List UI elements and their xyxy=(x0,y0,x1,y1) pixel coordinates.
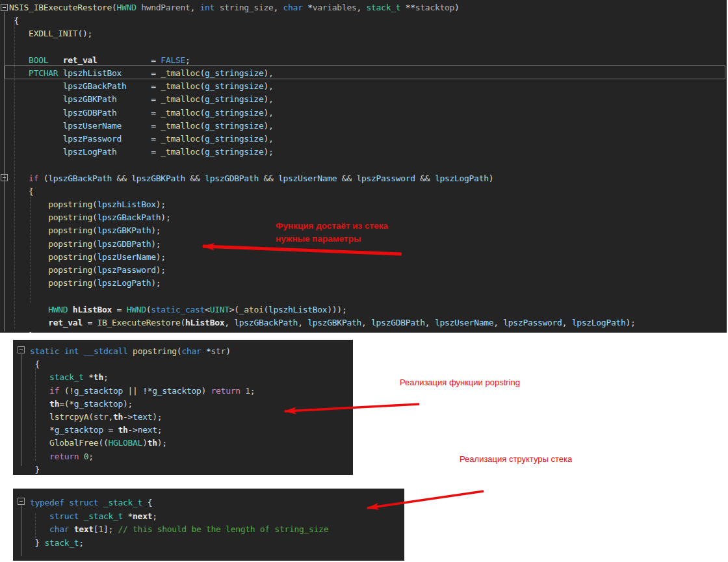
code-token: ; xyxy=(103,372,109,382)
code-token: ( xyxy=(180,318,185,327)
code-token: HWND xyxy=(9,305,68,314)
code-line: popstring(lpszPassword); xyxy=(0,264,727,277)
code-token: && xyxy=(415,173,435,183)
code-token: BOOL xyxy=(9,55,48,65)
code-token: stacktop xyxy=(415,3,454,12)
code-token: ) xyxy=(142,438,148,448)
code-token: lpszGDBPath xyxy=(205,173,259,183)
code-token: ); xyxy=(263,147,273,157)
code-text-struct: typedef struct _stack_t { struct _stack_… xyxy=(13,489,404,561)
code-line xyxy=(0,41,727,54)
code-token: ret_val xyxy=(63,55,98,65)
code-token: g_stringsize xyxy=(205,108,263,118)
current-line-highlight xyxy=(5,65,725,79)
code-line: th=(*g_stacktop); xyxy=(13,398,353,411)
code-line: NSIS_IBExecuteRestore(HWND hwndParent, i… xyxy=(0,1,727,14)
code-token: popstring xyxy=(9,278,92,288)
code-token: = xyxy=(117,108,161,118)
code-token: lpszGBackPath xyxy=(234,318,298,327)
code-text-main: NSIS_IBExecuteRestore(HWND hwndParent, i… xyxy=(0,0,727,333)
code-line: lstrcpyA(str,th->text); xyxy=(13,411,353,424)
code-token: ( xyxy=(88,412,94,422)
code-token: return xyxy=(30,452,79,461)
code-token: th xyxy=(94,372,103,382)
code-token: _stack_t xyxy=(84,511,123,521)
code-editor-popstring[interactable]: static int __stdcall popstring(char *str… xyxy=(13,340,353,475)
indent-guide xyxy=(30,187,31,303)
code-token: < xyxy=(205,305,210,314)
annotation-struct-note: Реализация структуры стека xyxy=(460,454,572,464)
annotation-stack-note: Функция достаёт из стека нужные параметр… xyxy=(276,220,388,246)
code-token: popstring xyxy=(133,346,177,356)
collapse-icon[interactable] xyxy=(1,174,8,181)
code-line: static int __stdcall popstring(char *str… xyxy=(13,345,353,358)
code-line: lpszGBackPath = _tmalloc(g_stringsize), xyxy=(0,80,727,93)
code-token: popstring xyxy=(9,265,92,275)
code-token: ( xyxy=(263,305,268,314)
code-token: ( xyxy=(92,225,98,235)
code-token: ( xyxy=(92,265,98,275)
page: { "token_colors": { "kw": "#569cd6", "ty… xyxy=(0,0,728,562)
code-token: IB_ExecuteRestore xyxy=(98,318,181,327)
code-token: = xyxy=(122,134,161,144)
code-token xyxy=(59,346,64,356)
code-token: NSIS_IBExecuteRestore xyxy=(9,3,112,12)
code-token: struct xyxy=(69,498,98,507)
collapse-icon[interactable] xyxy=(1,4,8,11)
code-token: __stdcall xyxy=(84,346,128,356)
code-editor-main-function[interactable]: NSIS_IBExecuteRestore(HWND hwndParent, i… xyxy=(0,0,727,333)
code-token: th xyxy=(148,438,157,448)
code-line: lpszUserName = _tmalloc(g_stringsize), xyxy=(0,120,727,133)
code-editor-stack-struct[interactable]: typedef struct _stack_t { struct _stack_… xyxy=(13,489,404,561)
code-token: ) xyxy=(489,173,494,183)
code-token: ( xyxy=(200,134,205,144)
code-token: } xyxy=(9,331,34,333)
code-token: ; xyxy=(185,55,190,65)
code-token: g_stringsize xyxy=(205,134,263,144)
code-token: lpszGDBPath xyxy=(371,318,425,327)
code-token: g_stacktop xyxy=(74,386,123,396)
code-token: popstring xyxy=(9,239,92,249)
code-token: lpszUserName xyxy=(98,252,156,262)
code-token: , xyxy=(298,318,307,327)
code-token: =(* xyxy=(59,399,74,409)
code-line: } stack_t; xyxy=(13,537,404,550)
code-token: ), xyxy=(263,94,273,104)
code-token xyxy=(9,318,48,327)
code-token: hListBox xyxy=(73,305,112,314)
code-line: struct _stack_t *next; xyxy=(13,510,404,524)
code-token: = xyxy=(117,94,161,104)
code-token: lpszGBKPath xyxy=(98,225,151,235)
code-token: ); xyxy=(123,399,133,409)
code-token: ( xyxy=(200,147,205,157)
code-token: th xyxy=(113,412,123,422)
code-token: , xyxy=(224,318,234,327)
annotation-line: нужные параметры xyxy=(276,233,388,246)
code-token: ); xyxy=(156,265,166,275)
code-token: ); xyxy=(151,239,161,249)
code-line: popstring(lpszhListBox); xyxy=(0,198,727,211)
code-token: return xyxy=(211,386,240,396)
code-token: lpszPassword xyxy=(356,173,415,183)
code-token: ), xyxy=(263,108,273,118)
code-token: ); xyxy=(151,225,161,235)
code-token: lpszGDBPath xyxy=(98,239,151,249)
code-token xyxy=(9,147,63,157)
collapse-icon[interactable] xyxy=(18,346,25,353)
code-token: popstring xyxy=(9,252,92,262)
code-line: popstring(lpszLogPath); xyxy=(0,277,727,290)
collapse-icon[interactable] xyxy=(18,498,25,505)
code-line: } xyxy=(0,329,727,333)
code-token: ( xyxy=(38,173,48,183)
code-token: ( xyxy=(92,252,98,262)
code-token: lstrcpyA xyxy=(30,412,88,422)
code-token: { xyxy=(142,498,152,507)
code-line: HWND hListBox = HWND(static_cast<UINT>(_… xyxy=(0,303,727,316)
code-token: lpszGBKPath xyxy=(63,94,117,104)
code-token: (( xyxy=(98,438,108,448)
code-token: ( xyxy=(92,199,98,209)
code-token: static_cast xyxy=(151,305,205,314)
code-token: UINT xyxy=(210,305,229,314)
code-token: GlobalFree xyxy=(30,438,98,448)
code-token xyxy=(79,346,84,356)
